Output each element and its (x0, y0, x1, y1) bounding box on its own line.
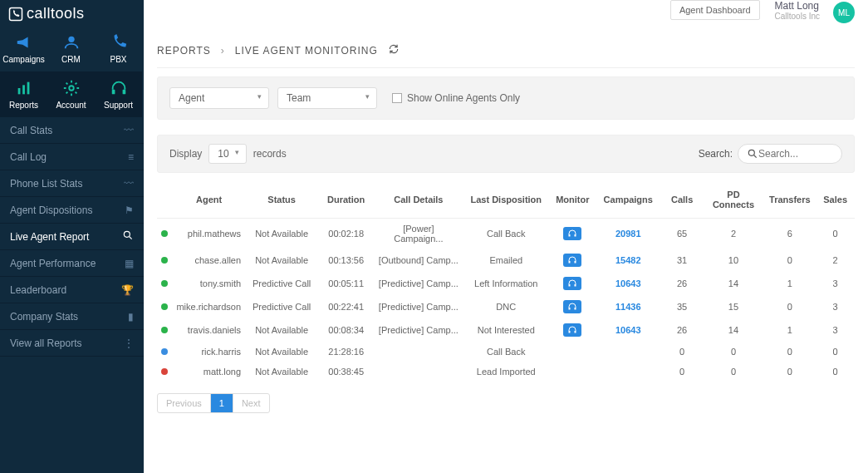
online-only-checkbox[interactable]: Show Online Agents Only (392, 92, 520, 104)
cell-pd: 14 (703, 272, 763, 295)
chevron-right-icon: › (221, 45, 225, 57)
campaign-link[interactable]: 10643 (615, 278, 641, 288)
cell-disposition: Left Information (463, 272, 550, 295)
cell-status: Not Available (246, 342, 317, 362)
search-input[interactable] (758, 148, 833, 160)
nav-support[interactable]: Support (95, 71, 142, 117)
phone-icon (110, 33, 128, 52)
cell-pd: 15 (703, 295, 763, 318)
page-size-select[interactable]: 10 (208, 144, 246, 164)
cell-transfers: 1 (763, 272, 816, 295)
status-dot (157, 362, 172, 382)
monitor-button[interactable] (563, 300, 581, 313)
svg-rect-18 (569, 331, 571, 333)
gear-icon (62, 79, 81, 97)
monitor-button[interactable] (563, 254, 581, 267)
sidebar-item-leaderboard[interactable]: Leaderboard🏆 (0, 277, 144, 303)
monitor-button[interactable] (563, 323, 581, 337)
col-monitor[interactable]: Monitor (550, 181, 596, 219)
cell-duration: 00:22:41 (317, 295, 375, 318)
col-pd-connects[interactable]: PD Connects (703, 181, 763, 219)
cell-campaign[interactable]: 20981 (596, 219, 661, 249)
avatar[interactable]: ML (833, 2, 855, 23)
monitor-button[interactable] (563, 277, 581, 290)
status-dot (157, 295, 172, 318)
nav-campaigns[interactable]: Campaigns (0, 26, 47, 71)
sidebar-item-call-log[interactable]: Call Log≡ (0, 144, 144, 170)
cell-details (375, 362, 462, 382)
col-calls[interactable]: Calls (661, 181, 704, 219)
col-status[interactable]: Status (246, 181, 317, 219)
breadcrumb: REPORTS › LIVE AGENT MONITORING (157, 43, 855, 67)
monitor-button[interactable] (563, 227, 581, 240)
cell-disposition: Call Back (463, 219, 550, 249)
cell-disposition: DNC (463, 295, 550, 318)
nav-account[interactable]: Account (47, 71, 95, 117)
sidebar-item-agent-dispositions[interactable]: Agent Dispositions⚑ (0, 197, 144, 224)
svg-point-5 (69, 86, 74, 91)
status-dot (157, 249, 172, 272)
cell-monitor[interactable] (550, 219, 596, 249)
agent-dashboard-button[interactable]: Agent Dashboard (670, 0, 760, 20)
cell-monitor[interactable] (550, 318, 596, 342)
sidebar-item-icon: ▮ (128, 311, 134, 323)
nav-pbx[interactable]: PBX (95, 26, 142, 71)
nav-crm[interactable]: CRM (47, 26, 95, 71)
col-last-disposition[interactable]: Last Disposition (463, 181, 550, 219)
cell-campaign[interactable]: 15482 (596, 249, 661, 272)
col-duration[interactable]: Duration (317, 181, 375, 219)
cell-calls: 0 (661, 362, 704, 382)
pager-next[interactable]: Next (233, 394, 269, 412)
sidebar-item-view-all-reports[interactable]: View all Reports⋮ (0, 330, 144, 357)
col-campaigns[interactable]: Campaigns (596, 181, 661, 219)
campaign-link[interactable]: 15482 (615, 255, 641, 265)
search-icon (747, 148, 758, 160)
table-row: rick.harrisNot Available21:28:16Call Bac… (157, 342, 855, 362)
cell-transfers: 6 (763, 219, 816, 249)
sidebar-item-company-stats[interactable]: Company Stats▮ (0, 303, 144, 330)
col-transfers[interactable]: Transfers (763, 181, 816, 219)
campaign-link[interactable]: 11436 (615, 302, 641, 312)
sidebar-item-icon (122, 229, 134, 244)
cell-campaign[interactable]: 11436 (596, 295, 661, 318)
table-row: mike.richardsonPredictive Call00:22:41[P… (157, 295, 855, 318)
cell-monitor (550, 342, 596, 362)
sidebar-item-phone-list-stats[interactable]: Phone List Stats〰 (0, 170, 144, 197)
cell-transfers: 0 (763, 342, 816, 362)
campaign-link[interactable]: 20981 (615, 229, 641, 239)
cell-transfers: 0 (763, 249, 816, 272)
svg-rect-10 (569, 234, 571, 237)
cell-sales: 0 (816, 362, 855, 382)
col-call-details[interactable]: Call Details (375, 181, 462, 219)
pager-page-1[interactable]: 1 (211, 394, 233, 412)
team-select[interactable]: Team (277, 87, 377, 109)
cell-calls: 26 (661, 272, 704, 295)
sidebar-item-icon: 🏆 (121, 284, 134, 296)
sidebar-item-label: Call Log (10, 151, 47, 163)
sidebar-item-agent-performance[interactable]: Agent Performance▦ (0, 250, 144, 277)
sidebar-item-live-agent-report[interactable]: Live Agent Report (0, 224, 144, 250)
campaign-link[interactable]: 10643 (615, 325, 641, 335)
sidebar-item-call-stats[interactable]: Call Stats〰 (0, 117, 144, 144)
refresh-button[interactable] (388, 43, 400, 57)
col-sales[interactable]: Sales (816, 181, 855, 219)
pager-prev[interactable]: Previous (158, 394, 211, 412)
col-agent[interactable]: Agent (172, 181, 246, 219)
brand-text: calltools (27, 5, 85, 22)
cell-campaign[interactable]: 10643 (596, 272, 661, 295)
svg-rect-19 (575, 331, 576, 333)
cell-monitor[interactable] (550, 249, 596, 272)
cell-campaign (596, 362, 661, 382)
user-block[interactable]: Matt Long Calltools Inc (775, 0, 820, 21)
cell-status: Not Available (246, 219, 317, 249)
cell-disposition: Emailed (463, 249, 550, 272)
agent-select[interactable]: Agent (169, 87, 269, 109)
cell-campaign[interactable]: 10643 (596, 318, 661, 342)
svg-rect-13 (575, 261, 576, 264)
cell-monitor[interactable] (550, 272, 596, 295)
cell-transfers: 0 (763, 362, 816, 382)
nav-reports[interactable]: Reports (0, 71, 47, 117)
cell-monitor[interactable] (550, 295, 596, 318)
sidebar-item-label: View all Reports (10, 338, 81, 349)
cell-details: [Predictive] Camp... (375, 295, 462, 318)
